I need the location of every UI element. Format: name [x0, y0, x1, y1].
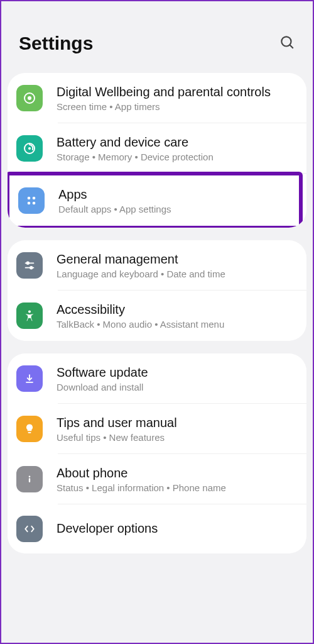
item-title: Digital Wellbeing and parental controls — [57, 84, 294, 100]
svg-point-6 — [28, 197, 31, 200]
item-text: General management Language and keyboard… — [57, 252, 294, 279]
item-digital-wellbeing[interactable]: Digital Wellbeing and parental controls … — [8, 73, 306, 123]
apps-icon — [18, 187, 45, 214]
item-subtitle: Status • Legal information • Phone name — [57, 482, 294, 493]
svg-point-13 — [30, 267, 33, 269]
sliders-icon — [16, 252, 43, 279]
item-subtitle: Download and install — [57, 382, 294, 392]
svg-point-0 — [281, 36, 291, 46]
item-title: About phone — [57, 465, 294, 481]
svg-point-7 — [33, 197, 36, 200]
item-developer-options[interactable]: Developer options — [8, 504, 306, 553]
item-text: Accessibility TalkBack • Mono audio • As… — [57, 302, 294, 330]
svg-point-5 — [28, 147, 31, 150]
item-software-update[interactable]: Software update Download and install — [8, 353, 306, 404]
item-text: About phone Status • Legal information •… — [57, 465, 294, 493]
svg-point-8 — [28, 202, 31, 205]
item-tips-manual[interactable]: Tips and user manual Useful tips • New f… — [8, 404, 306, 454]
item-title: Apps — [58, 187, 286, 203]
svg-point-9 — [33, 202, 36, 205]
svg-point-14 — [28, 311, 31, 313]
item-title: Tips and user manual — [57, 415, 294, 431]
item-text: Developer options — [57, 521, 294, 538]
code-icon — [16, 516, 43, 542]
svg-point-16 — [29, 476, 31, 478]
info-icon — [16, 466, 43, 492]
item-subtitle: Language and keyboard • Date and time — [57, 269, 294, 279]
item-subtitle: Screen time • App timers — [57, 101, 294, 112]
item-general-management[interactable]: General management Language and keyboard… — [8, 240, 306, 291]
lightbulb-icon — [16, 416, 43, 442]
accessibility-icon — [16, 303, 43, 329]
settings-group-2: General management Language and keyboard… — [8, 240, 306, 341]
item-text: Battery and device care Storage • Memory… — [57, 135, 294, 162]
wellbeing-icon — [16, 85, 43, 111]
svg-line-1 — [290, 45, 293, 48]
item-apps[interactable]: Apps Default apps • App settings — [8, 172, 303, 228]
svg-rect-15 — [28, 432, 31, 433]
page-title: Settings — [19, 33, 93, 54]
item-subtitle: Useful tips • New features — [57, 432, 294, 443]
header: Settings — [1, 1, 313, 73]
battery-icon — [16, 135, 43, 162]
item-title: Developer options — [57, 521, 294, 536]
item-text: Tips and user manual Useful tips • New f… — [57, 415, 294, 443]
item-text: Apps Default apps • App settings — [58, 187, 286, 214]
settings-group-1: Digital Wellbeing and parental controls … — [8, 73, 306, 228]
settings-group-3: Software update Download and install Tip… — [8, 353, 306, 553]
update-icon — [16, 365, 43, 392]
svg-point-11 — [26, 262, 29, 265]
item-battery-care[interactable]: Battery and device care Storage • Memory… — [8, 123, 306, 174]
svg-rect-17 — [29, 478, 30, 482]
item-title: General management — [57, 252, 294, 267]
search-icon[interactable] — [279, 34, 295, 53]
item-subtitle: TalkBack • Mono audio • Assistant menu — [57, 319, 294, 330]
item-text: Digital Wellbeing and parental controls … — [57, 84, 294, 112]
svg-point-3 — [28, 96, 31, 100]
item-text: Software update Download and install — [57, 365, 294, 392]
item-subtitle: Default apps • App settings — [58, 204, 286, 214]
item-title: Battery and device care — [57, 135, 294, 150]
item-about-phone[interactable]: About phone Status • Legal information •… — [8, 454, 306, 504]
item-title: Software update — [57, 365, 294, 380]
item-accessibility[interactable]: Accessibility TalkBack • Mono audio • As… — [8, 291, 306, 341]
item-title: Accessibility — [57, 302, 294, 318]
item-subtitle: Storage • Memory • Device protection — [57, 152, 294, 162]
